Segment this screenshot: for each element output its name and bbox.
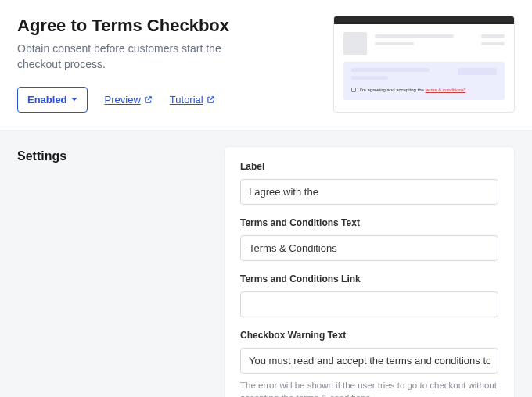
preview-checkbox-icon (351, 88, 356, 92)
tutorial-link-label: Tutorial (170, 94, 203, 106)
external-link-icon (144, 95, 153, 104)
preview-body: I'm agreeing and accepting the terms & c… (334, 24, 514, 109)
tc-text-input[interactable] (240, 235, 498, 261)
field-warning-text: Checkbox Warning Text The error will be … (240, 330, 498, 397)
enabled-label: Enabled (27, 94, 67, 106)
tutorial-link[interactable]: Tutorial (170, 94, 215, 106)
warning-field-label: Checkbox Warning Text (240, 330, 498, 341)
tc-link-input[interactable] (240, 291, 498, 317)
preview-link-label: Preview (105, 94, 141, 106)
field-label: Label (240, 161, 498, 205)
warning-input[interactable] (240, 348, 498, 374)
page-subtitle: Obtain consent before customers start th… (17, 41, 268, 73)
settings-section: Settings Label Terms and Conditions Text… (0, 131, 532, 397)
preview-image-placeholder (343, 32, 367, 55)
settings-card: Label Terms and Conditions Text Terms an… (224, 146, 515, 397)
header-actions: Enabled Preview Tutorial (17, 87, 315, 113)
label-input[interactable] (240, 179, 498, 205)
preview-consent-panel: I'm agreeing and accepting the terms & c… (343, 62, 505, 100)
tc-text-field-label: Terms and Conditions Text (240, 217, 498, 228)
settings-heading: Settings (17, 146, 205, 397)
chevron-down-icon (71, 98, 77, 101)
tc-link-field-label: Terms and Conditions Link (240, 274, 498, 284)
header-card: Agree to Terms Checkbox Obtain consent b… (0, 0, 532, 131)
preview-link[interactable]: Preview (105, 94, 153, 106)
header-left: Agree to Terms Checkbox Obtain consent b… (17, 16, 333, 113)
warning-helper-text: The error will be shown if the user trie… (240, 379, 498, 397)
external-link-icon (207, 95, 215, 104)
preview-side-lines (481, 32, 505, 55)
field-tc-link: Terms and Conditions Link (240, 274, 498, 317)
label-field-label: Label (240, 161, 498, 172)
enabled-dropdown-button[interactable]: Enabled (17, 87, 88, 113)
preview-text-lines (375, 32, 473, 55)
preview-titlebar (334, 16, 514, 24)
page-title: Agree to Terms Checkbox (17, 16, 315, 36)
preview-consent-text: I'm agreeing and accepting the terms & c… (360, 88, 466, 92)
field-tc-text: Terms and Conditions Text (240, 217, 498, 261)
preview-thumbnail: I'm agreeing and accepting the terms & c… (333, 16, 515, 113)
